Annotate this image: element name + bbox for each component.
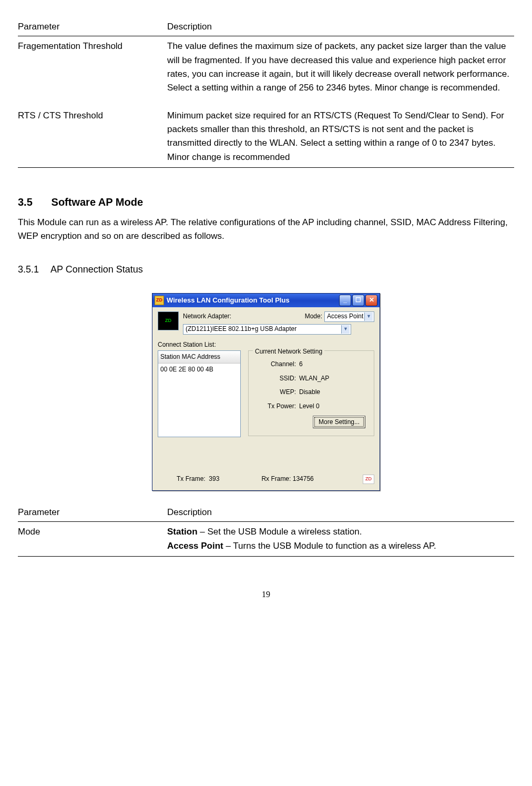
- txpower-label: Tx Power:: [254, 401, 296, 411]
- desc-cell: Minimum packet size required for an RTS/…: [167, 106, 514, 168]
- network-adapter-label: Network Adapter:: [183, 311, 231, 321]
- station-list-item[interactable]: 00 0E 2E 80 00 4B: [158, 364, 240, 376]
- app-window: ZD Wireless LAN Configuration Tool Plus …: [152, 293, 380, 491]
- window-titlebar: ZD Wireless LAN Configuration Tool Plus …: [152, 294, 380, 307]
- zd-logo-icon: ZD: [158, 311, 179, 330]
- maximize-button[interactable]: ☐: [352, 295, 364, 306]
- channel-label: Channel:: [254, 359, 296, 369]
- txpower-value: Level 0: [299, 401, 320, 411]
- adapter-select[interactable]: (ZD1211)IEEE 802.11b+g USB Adapter: [183, 324, 351, 335]
- mode-ap-text: – Turns the USB Module to function as a …: [223, 541, 436, 551]
- section-intro: This Module can run as a wireless AP. Th…: [18, 216, 514, 244]
- wep-value: Disable: [299, 387, 320, 397]
- mode-station-bold: Station: [167, 527, 198, 537]
- table-header-parameter: Parameter: [18, 18, 167, 36]
- table-header-description: Description: [167, 503, 514, 522]
- table-row: RTS / CTS Threshold Minimum packet size …: [18, 106, 514, 168]
- page-number: 19: [18, 588, 514, 601]
- rxframe-value: 134756: [293, 475, 314, 482]
- table-row: Fragementation Threshold The value defin…: [18, 36, 514, 106]
- rxframe-label: Rx Frame:: [261, 475, 291, 482]
- txframe-label: Tx Frame:: [177, 475, 206, 482]
- table-row: Mode Station – Set the USB Module a wire…: [18, 522, 514, 557]
- ssid-label: SSID:: [254, 374, 296, 384]
- wep-label: WEP:: [254, 387, 296, 397]
- ssid-value: WLAN_AP: [299, 374, 329, 384]
- window-title: Wireless LAN Configuration Tool Plus: [167, 295, 290, 306]
- current-network-setting-group: Current Network Setting Channel:6 SSID:W…: [248, 350, 374, 436]
- subsection-heading: 3.5.1 AP Connection Status: [18, 263, 514, 277]
- table-header-parameter: Parameter: [18, 503, 167, 522]
- section-number: 3.5: [18, 194, 48, 210]
- mode-station-text: – Set the USB Module a wireless station.: [198, 527, 362, 537]
- station-list[interactable]: Station MAC Address 00 0E 2E 80 00 4B: [158, 350, 241, 437]
- table-header-description: Description: [167, 18, 514, 36]
- subsection-number: 3.5.1: [18, 263, 48, 277]
- param-cell: Fragementation Threshold: [18, 36, 167, 106]
- mode-label: Mode:: [305, 311, 322, 321]
- minimize-button[interactable]: _: [339, 295, 351, 306]
- more-setting-button[interactable]: More Setting...: [313, 416, 365, 429]
- section-heading: 3.5 Software AP Mode: [18, 194, 514, 210]
- param-cell: Mode: [18, 522, 167, 557]
- subsection-title: AP Connection Status: [50, 264, 143, 275]
- mode-select[interactable]: Access Point: [324, 311, 374, 322]
- parameter-table-bottom: Parameter Description Mode Station – Set…: [18, 503, 514, 557]
- param-cell: RTS / CTS Threshold: [18, 106, 167, 168]
- txframe-value: 393: [209, 475, 219, 482]
- zd-corner-icon: ZD: [363, 475, 374, 484]
- station-list-header: Station MAC Address: [158, 351, 240, 364]
- groupbox-title: Current Network Setting: [253, 347, 324, 357]
- channel-value: 6: [299, 359, 303, 369]
- section-title: Software AP Mode: [52, 196, 143, 208]
- desc-cell: Station – Set the USB Module a wireless …: [167, 522, 514, 557]
- mode-ap-bold: Access Point: [167, 541, 223, 551]
- close-button[interactable]: ✕: [365, 295, 377, 306]
- parameter-table-top: Parameter Description Fragementation Thr…: [18, 18, 514, 168]
- app-icon: ZD: [155, 296, 164, 305]
- desc-cell: The value defines the maximum size of pa…: [167, 36, 514, 106]
